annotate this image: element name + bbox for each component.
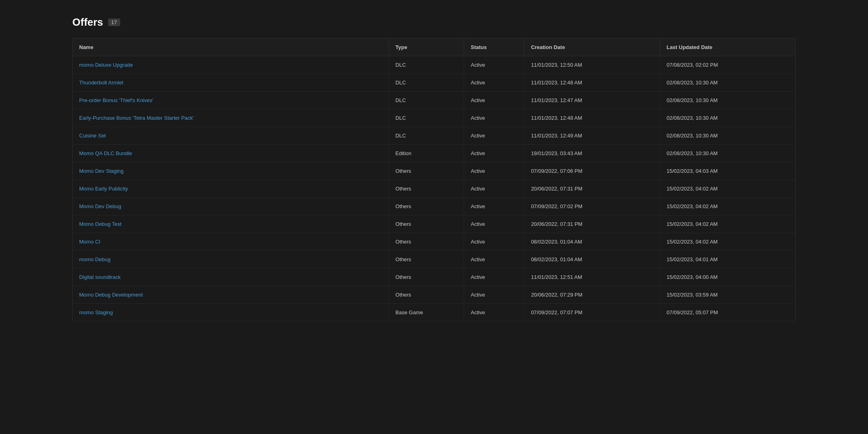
offer-name-link[interactable]: momo Deluxe Upgrade xyxy=(79,62,133,68)
offer-last-updated: 15/02/2023, 04:02 AM xyxy=(660,215,795,233)
offer-status: Active xyxy=(464,109,524,127)
offer-status: Active xyxy=(464,180,524,198)
offer-type: Others xyxy=(389,251,464,268)
offer-creation-date: 08/02/2023, 01:04 AM xyxy=(524,233,660,251)
offer-creation-date: 11/01/2023, 12:49 AM xyxy=(524,127,660,145)
offer-last-updated: 07/09/2022, 05:07 PM xyxy=(660,304,795,321)
table-row: momo DebugOthersActive08/02/2023, 01:04 … xyxy=(73,251,796,268)
offer-status: Active xyxy=(464,215,524,233)
offer-type: DLC xyxy=(389,127,464,145)
table-row: momo StagingBase GameActive07/09/2022, 0… xyxy=(73,304,796,321)
table-row: Momo Early PublicityOthersActive20/06/20… xyxy=(73,180,796,198)
table-row: Pre-order Bonus 'Thief's Knives'DLCActiv… xyxy=(73,92,796,109)
table-header-row: Name Type Status Creation Date Last Upda… xyxy=(73,39,796,56)
offer-status: Active xyxy=(464,145,524,162)
offer-type: Edition xyxy=(389,145,464,162)
offer-creation-date: 11/01/2023, 12:48 AM xyxy=(524,109,660,127)
offer-name-link[interactable]: Digital soundtrack xyxy=(79,274,121,280)
offer-name-link[interactable]: momo Debug xyxy=(79,256,111,262)
offer-creation-date: 20/06/2022, 07:29 PM xyxy=(524,286,660,304)
offer-status: Active xyxy=(464,198,524,215)
offer-type: Others xyxy=(389,268,464,286)
offer-type: Others xyxy=(389,198,464,215)
column-header-name: Name xyxy=(73,39,389,56)
offer-last-updated: 02/08/2023, 10:30 AM xyxy=(660,145,795,162)
offer-name-link[interactable]: Momo QA DLC Bundle xyxy=(79,150,132,156)
offer-last-updated: 15/02/2023, 03:59 AM xyxy=(660,286,795,304)
offer-name-link[interactable]: Pre-order Bonus 'Thief's Knives' xyxy=(79,97,153,103)
offers-table: Name Type Status Creation Date Last Upda… xyxy=(72,38,796,321)
offer-creation-date: 11/01/2023, 12:50 AM xyxy=(524,56,660,74)
offer-name-link[interactable]: Momo Dev Staging xyxy=(79,168,124,174)
offer-type: DLC xyxy=(389,74,464,92)
offer-type: Others xyxy=(389,233,464,251)
offer-creation-date: 20/06/2022, 07:31 PM xyxy=(524,215,660,233)
table-row: Momo CIOthersActive08/02/2023, 01:04 AM1… xyxy=(73,233,796,251)
column-header-creation-date: Creation Date xyxy=(524,39,660,56)
table-row: Thunderbolt ArmletDLCActive11/01/2023, 1… xyxy=(73,74,796,92)
offer-creation-date: 11/01/2023, 12:48 AM xyxy=(524,74,660,92)
offer-name-link[interactable]: Thunderbolt Armlet xyxy=(79,80,123,86)
offer-creation-date: 11/01/2023, 12:47 AM xyxy=(524,92,660,109)
offer-last-updated: 15/02/2023, 04:00 AM xyxy=(660,268,795,286)
offer-name-link[interactable]: Momo Early Publicity xyxy=(79,186,128,192)
offer-type: DLC xyxy=(389,109,464,127)
offer-status: Active xyxy=(464,268,524,286)
offer-creation-date: 07/09/2022, 07:07 PM xyxy=(524,304,660,321)
table-row: Digital soundtrackOthersActive11/01/2023… xyxy=(73,268,796,286)
offer-type: DLC xyxy=(389,92,464,109)
column-header-status: Status xyxy=(464,39,524,56)
offer-last-updated: 02/08/2023, 10:30 AM xyxy=(660,109,795,127)
offer-status: Active xyxy=(464,74,524,92)
offer-status: Active xyxy=(464,304,524,321)
offer-status: Active xyxy=(464,233,524,251)
offer-creation-date: 11/01/2023, 12:51 AM xyxy=(524,268,660,286)
table-row: Cuisine SetDLCActive11/01/2023, 12:49 AM… xyxy=(73,127,796,145)
offer-name-link[interactable]: Cuisine Set xyxy=(79,133,106,139)
offer-last-updated: 15/02/2023, 04:02 AM xyxy=(660,198,795,215)
offer-creation-date: 07/09/2022, 07:06 PM xyxy=(524,162,660,180)
table-row: Early-Purchase Bonus 'Tetra Master Start… xyxy=(73,109,796,127)
offer-creation-date: 08/02/2023, 01:04 AM xyxy=(524,251,660,268)
offer-last-updated: 15/02/2023, 04:02 AM xyxy=(660,233,795,251)
offer-name-link[interactable]: momo Staging xyxy=(79,309,113,315)
table-row: Momo Debug TestOthersActive20/06/2022, 0… xyxy=(73,215,796,233)
offer-creation-date: 07/09/2022, 07:02 PM xyxy=(524,198,660,215)
offer-last-updated: 15/02/2023, 04:03 AM xyxy=(660,162,795,180)
page-title: Offers xyxy=(72,16,103,29)
page-header: Offers 17 xyxy=(72,12,796,29)
offer-creation-date: 20/06/2022, 07:31 PM xyxy=(524,180,660,198)
offer-creation-date: 19/01/2023, 03:43 AM xyxy=(524,145,660,162)
offer-type: Others xyxy=(389,286,464,304)
offer-last-updated: 02/08/2023, 10:30 AM xyxy=(660,92,795,109)
offer-last-updated: 15/02/2023, 04:02 AM xyxy=(660,180,795,198)
offer-name-link[interactable]: Momo Debug Development xyxy=(79,292,143,298)
offer-status: Active xyxy=(464,127,524,145)
table-row: Momo Dev DebugOthersActive07/09/2022, 07… xyxy=(73,198,796,215)
offer-name-link[interactable]: Early-Purchase Bonus 'Tetra Master Start… xyxy=(79,115,194,121)
offer-last-updated: 02/08/2023, 10:30 AM xyxy=(660,127,795,145)
offer-name-link[interactable]: Momo Debug Test xyxy=(79,221,121,227)
table-row: Momo Debug DevelopmentOthersActive20/06/… xyxy=(73,286,796,304)
offer-last-updated: 15/02/2023, 04:01 AM xyxy=(660,251,795,268)
offer-name-link[interactable]: Momo Dev Debug xyxy=(79,203,121,209)
column-header-last-updated: Last Updated Date xyxy=(660,39,795,56)
column-header-type: Type xyxy=(389,39,464,56)
offer-status: Active xyxy=(464,56,524,74)
offer-last-updated: 02/08/2023, 10:30 AM xyxy=(660,74,795,92)
table-row: Momo Dev StagingOthersActive07/09/2022, … xyxy=(73,162,796,180)
offers-count-badge: 17 xyxy=(108,18,120,26)
table-row: momo Deluxe UpgradeDLCActive11/01/2023, … xyxy=(73,56,796,74)
offer-name-link[interactable]: Momo CI xyxy=(79,239,100,245)
offer-type: Others xyxy=(389,180,464,198)
offer-status: Active xyxy=(464,92,524,109)
offer-type: Others xyxy=(389,215,464,233)
offer-status: Active xyxy=(464,162,524,180)
offer-type: DLC xyxy=(389,56,464,74)
offer-last-updated: 07/08/2023, 02:02 PM xyxy=(660,56,795,74)
offer-status: Active xyxy=(464,251,524,268)
table-row: Momo QA DLC BundleEditionActive19/01/202… xyxy=(73,145,796,162)
offer-type: Base Game xyxy=(389,304,464,321)
offer-type: Others xyxy=(389,162,464,180)
offer-status: Active xyxy=(464,286,524,304)
